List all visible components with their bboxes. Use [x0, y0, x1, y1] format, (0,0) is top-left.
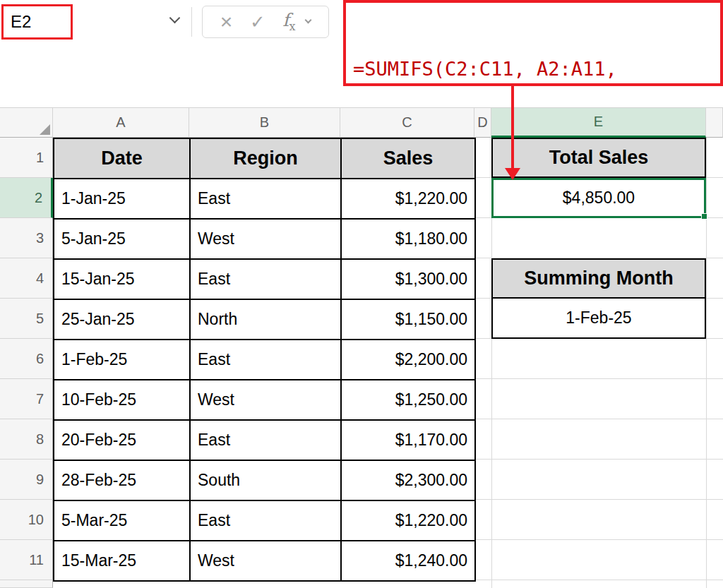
column-header-a[interactable]: A [53, 108, 189, 138]
insert-function-icon[interactable]: fx [282, 11, 295, 32]
row-header-2[interactable]: 2 [0, 178, 53, 218]
column-header-filler [706, 108, 723, 138]
cell-a8[interactable]: 20-Feb-25 [54, 421, 191, 461]
cell-c5[interactable]: $1,150.00 [342, 300, 476, 340]
cell-b8[interactable]: East [191, 421, 342, 461]
row-headers: 1 2 3 4 5 6 7 8 9 10 11 [0, 138, 53, 588]
select-all-corner[interactable] [0, 108, 53, 138]
row-header-11[interactable]: 11 [0, 540, 53, 580]
cell-c7[interactable]: $1,250.00 [342, 380, 476, 421]
cell-b1-region-header[interactable]: Region [191, 139, 342, 179]
formula-bar-buttons: × ✓ fx [202, 6, 329, 38]
cell-e4-summing-month-header[interactable]: Summing Month [491, 258, 706, 299]
name-box-chevron-down-icon[interactable] [169, 13, 181, 24]
cell-a9[interactable]: 28-Feb-25 [54, 461, 191, 501]
cell-a2[interactable]: 1-Jan-25 [54, 179, 191, 220]
column-header-c[interactable]: C [340, 108, 474, 138]
cancel-icon[interactable]: × [220, 11, 233, 32]
formula-annotation-callout: =SUMIFS(C2:C11, A2:A11, ">="&DATE(2025,1… [343, 0, 723, 86]
cell-a1-date-header[interactable]: Date [54, 139, 191, 179]
annotation-arrow-line [511, 86, 514, 169]
cell-b10[interactable]: East [191, 501, 342, 541]
cell-e2-selected[interactable]: $4,850.00 [491, 178, 706, 218]
row-header-9[interactable]: 9 [0, 460, 53, 500]
gridline-vertical-right-of-e [706, 138, 707, 588]
total-sales-value: $4,850.00 [563, 188, 635, 208]
cell-a5[interactable]: 25-Jan-25 [54, 300, 191, 340]
cell-c2[interactable]: $1,220.00 [342, 179, 476, 220]
cell-b2[interactable]: East [191, 179, 342, 220]
row-header-6[interactable]: 6 [0, 339, 53, 379]
cell-c3[interactable]: $1,180.00 [342, 220, 476, 260]
cell-a6[interactable]: 1-Feb-25 [54, 340, 191, 380]
cell-c8[interactable]: $1,170.00 [342, 421, 476, 461]
fill-handle[interactable] [701, 213, 707, 220]
cell-b11[interactable]: West [191, 541, 342, 582]
cell-a7[interactable]: 10-Feb-25 [54, 380, 191, 421]
enter-icon[interactable]: ✓ [250, 13, 265, 31]
cell-a3[interactable]: 5-Jan-25 [54, 220, 191, 260]
row-header-1[interactable]: 1 [0, 138, 53, 178]
cell-b9[interactable]: South [191, 461, 342, 501]
name-box-value: E2 [11, 12, 31, 32]
column-header-b[interactable]: B [189, 108, 340, 138]
row-header-7[interactable]: 7 [0, 379, 53, 419]
row-header-4[interactable]: 4 [0, 258, 53, 299]
cell-c1-sales-header[interactable]: Sales [342, 139, 476, 179]
cell-e1-total-sales-header[interactable]: Total Sales [491, 138, 706, 178]
row-header-10[interactable]: 10 [0, 500, 53, 540]
row-header-8[interactable]: 8 [0, 419, 53, 460]
cell-b6[interactable]: East [191, 340, 342, 380]
name-box[interactable]: E2 [1, 4, 73, 40]
cell-b4[interactable]: East [191, 260, 342, 300]
cell-b5[interactable]: North [191, 300, 342, 340]
fx-chevron-down-icon[interactable] [305, 16, 312, 23]
column-headers: A B C D E [0, 107, 723, 138]
column-header-d[interactable]: D [474, 108, 491, 138]
cell-a11[interactable]: 15-Mar-25 [54, 541, 191, 582]
column-header-e[interactable]: E [491, 108, 706, 138]
cell-b3[interactable]: West [191, 220, 342, 260]
cell-e5-month-value[interactable]: 1-Feb-25 [491, 297, 706, 339]
row-header-partial-12 [0, 580, 53, 588]
cell-c10[interactable]: $1,220.00 [342, 501, 476, 541]
formula-bar-divider [191, 7, 192, 37]
select-all-triangle-icon [40, 124, 50, 135]
row-header-3[interactable]: 3 [0, 218, 53, 258]
cell-c11[interactable]: $1,240.00 [342, 541, 476, 582]
cell-c9[interactable]: $2,300.00 [342, 461, 476, 501]
formula-line-1: =SUMIFS(C2:C11, A2:A11, [353, 56, 713, 82]
annotation-arrow-head-icon [505, 168, 520, 180]
cell-c6[interactable]: $2,200.00 [342, 340, 476, 380]
row-header-5[interactable]: 5 [0, 299, 53, 339]
cell-a4[interactable]: 15-Jan-25 [54, 260, 191, 300]
cell-a10[interactable]: 5-Mar-25 [54, 501, 191, 541]
cell-c4[interactable]: $1,300.00 [342, 260, 476, 300]
cell-b7[interactable]: West [191, 380, 342, 421]
data-table: Date Region Sales 1-Jan-25 East $1,220.0… [53, 138, 476, 582]
